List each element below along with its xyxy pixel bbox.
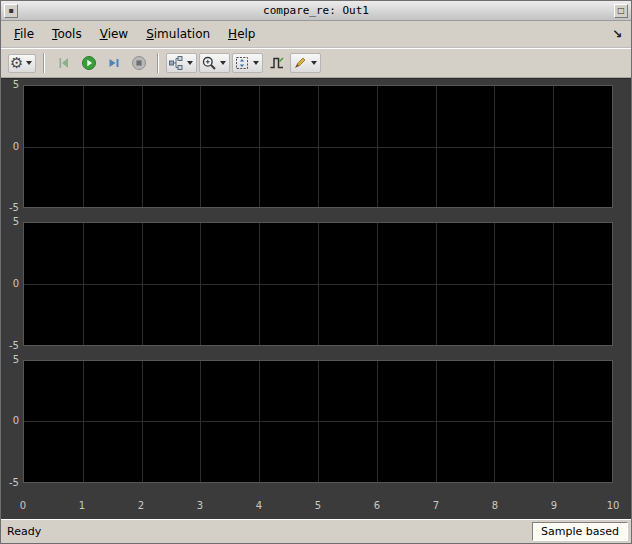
step-forward-button[interactable] [102, 52, 125, 74]
x-tick-label: 0 [20, 501, 26, 511]
toolbar: ⚙ [1, 48, 631, 78]
y-tick-label: 5 [5, 80, 19, 90]
span-icon [234, 55, 250, 71]
sample-mode-badge: Sample based [532, 522, 628, 541]
style-button[interactable] [290, 53, 321, 73]
statusbar: Ready Sample based [1, 519, 631, 543]
toolbar-separator [43, 53, 45, 73]
scope-plot: 50-5 [5, 85, 613, 208]
system-menu-icon: ▪ [8, 7, 13, 15]
gridline-horizontal [24, 421, 612, 422]
dropdown-arrow-icon [26, 61, 32, 65]
run-button[interactable] [77, 52, 100, 74]
y-tick-label: -5 [5, 203, 19, 213]
span-button[interactable] [232, 53, 263, 73]
x-tick-label: 1 [79, 501, 85, 511]
scope-plots-area: 50-5 50-5 50-5 012345678910 [1, 78, 631, 519]
x-axis-labels: 012345678910 [23, 497, 613, 519]
configuration-button[interactable]: ⚙ [8, 54, 36, 73]
x-tick-label: 8 [492, 501, 498, 511]
dropdown-arrow-icon [253, 61, 259, 65]
measurements-icon [269, 55, 285, 71]
window-title: compare_re: Out1 [21, 4, 611, 17]
y-tick-label: 5 [5, 217, 19, 227]
measurements-button[interactable] [265, 52, 288, 74]
plot-canvas[interactable] [23, 360, 613, 483]
y-tick-label: 0 [5, 416, 19, 426]
maximize-icon: □ [617, 7, 625, 15]
x-tick-label: 5 [315, 501, 321, 511]
x-tick-label: 3 [197, 501, 203, 511]
scope-plot: 50-5 [5, 222, 613, 345]
toolbar-separator [157, 53, 159, 73]
menu-item-view[interactable]: View [91, 24, 137, 44]
step-forward-icon [106, 55, 122, 71]
dropdown-arrow-icon [220, 61, 226, 65]
x-tick-label: 4 [256, 501, 262, 511]
dock-arrow-icon[interactable]: ↘ [607, 27, 627, 41]
zoom-button[interactable] [199, 53, 230, 73]
run-backward-button[interactable] [52, 52, 75, 74]
stop-button[interactable] [127, 52, 150, 74]
x-tick-label: 9 [551, 501, 557, 511]
pencil-icon [292, 55, 308, 71]
menubar: File Tools View Simulation Help ↘ [1, 21, 631, 48]
x-tick-label: 7 [433, 501, 439, 511]
stepping-options-button[interactable] [166, 53, 197, 73]
y-tick-label: -5 [5, 341, 19, 351]
dropdown-arrow-icon [311, 61, 317, 65]
stop-icon [131, 55, 147, 71]
gridline-horizontal [24, 147, 612, 148]
plot-canvas[interactable] [23, 85, 613, 208]
gear-icon: ⚙ [10, 56, 23, 71]
menu-item-help[interactable]: Help [219, 24, 264, 44]
menu-item-tools[interactable]: Tools [43, 24, 91, 44]
status-text: Ready [4, 525, 532, 538]
y-tick-label: -5 [5, 478, 19, 488]
y-tick-label: 5 [5, 355, 19, 365]
y-tick-label: 0 [5, 142, 19, 152]
y-tick-label: 0 [5, 279, 19, 289]
stepper-icon [168, 55, 184, 71]
titlebar[interactable]: ▪ compare_re: Out1 □ [1, 1, 631, 21]
system-menu-button[interactable]: ▪ [4, 4, 18, 18]
x-tick-label: 6 [374, 501, 380, 511]
menu-item-file[interactable]: File [5, 24, 43, 44]
maximize-button[interactable]: □ [614, 4, 628, 18]
run-icon [81, 55, 97, 71]
x-tick-label: 2 [138, 501, 144, 511]
menu-item-simulation[interactable]: Simulation [137, 24, 219, 44]
scope-window: ▪ compare_re: Out1 □ File Tools View Sim… [0, 0, 632, 544]
x-tick-label: 10 [607, 501, 620, 511]
plot-canvas[interactable] [23, 222, 613, 345]
zoom-icon [201, 55, 217, 71]
dropdown-arrow-icon [187, 61, 193, 65]
scope-plot: 50-5 [5, 360, 613, 483]
gridline-horizontal [24, 284, 612, 285]
run-backward-icon [56, 55, 72, 71]
